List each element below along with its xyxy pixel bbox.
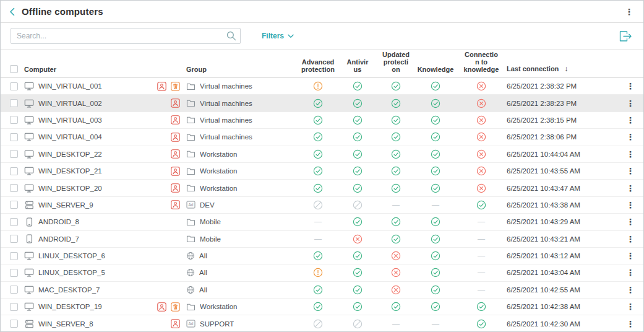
phone-icon (24, 234, 34, 243)
row-menu-icon[interactable]: ⋮ (626, 235, 635, 243)
row-menu-icon[interactable]: ⋮ (626, 150, 635, 159)
row-menu-icon[interactable]: ⋮ (626, 268, 635, 277)
folder-icon (186, 235, 195, 243)
status-ok-icon (476, 200, 486, 210)
status-ok-icon (431, 268, 440, 277)
row-checkbox[interactable] (10, 116, 18, 124)
column-header-knowledge[interactable]: Knowledge (415, 66, 456, 77)
row-checkbox[interactable] (10, 252, 18, 260)
column-header-computer[interactable]: Computer (24, 66, 186, 77)
row-menu-icon[interactable]: ⋮ (626, 320, 635, 328)
status-ok-icon (313, 251, 323, 261)
row-checkbox[interactable] (10, 269, 18, 277)
status-ok-icon (431, 234, 440, 244)
status-ok-icon (431, 149, 440, 159)
group-name: Mobile (200, 235, 221, 243)
table-row[interactable]: WIN_DESKTOP_22Workstation6/25/2021 10:44… (1, 146, 643, 163)
globe-icon (186, 268, 195, 277)
status-warning-icon (313, 81, 323, 91)
row-checkbox[interactable] (10, 184, 18, 192)
row-menu-icon[interactable]: ⋮ (626, 302, 635, 311)
search-input[interactable] (11, 28, 241, 44)
search-box (11, 28, 241, 44)
export-icon[interactable] (619, 30, 633, 42)
row-menu-icon[interactable]: ⋮ (626, 217, 635, 226)
user-badge-icon (171, 200, 180, 209)
column-header-connection-to-knowledge[interactable]: Connection to knowledge (456, 51, 507, 77)
status-error-icon (476, 149, 486, 159)
row-checkbox[interactable] (10, 150, 18, 158)
column-header-group[interactable]: Group (186, 66, 298, 77)
user-badge-icon (171, 149, 180, 159)
status-ok-icon (313, 302, 323, 312)
last-connection: 6/25/2021 2:38:06 PM (507, 133, 577, 141)
row-checkbox[interactable] (10, 303, 18, 311)
table-row[interactable]: WIN_DESKTOP_19Workstation6/25/2021 10:42… (1, 299, 643, 315)
table-row[interactable]: ANDROID_7Mobile——6/25/2021 10:43:21 AM⋮ (1, 231, 643, 248)
table-row[interactable]: WIN_VIRTUAL_004Virtual machines6/25/2021… (1, 129, 643, 146)
status-error-icon (353, 234, 363, 244)
column-header-advanced-protection[interactable]: Advanced protection (298, 58, 338, 77)
row-checkbox[interactable] (10, 218, 18, 226)
status-none: — (314, 217, 322, 226)
row-menu-icon[interactable]: ⋮ (626, 251, 635, 260)
active-directory-icon: Ad (186, 320, 195, 328)
row-checkbox[interactable] (10, 133, 18, 141)
back-button[interactable] (9, 7, 15, 16)
table-row[interactable]: WIN_VIRTUAL_002Virtual machines6/25/2021… (1, 95, 643, 111)
row-menu-icon[interactable]: ⋮ (626, 167, 635, 175)
computer-name: WIN_VIRTUAL_004 (38, 133, 102, 141)
status-ok-icon (313, 149, 323, 159)
row-menu-icon[interactable]: ⋮ (626, 133, 635, 141)
row-menu-icon[interactable]: ⋮ (626, 82, 635, 90)
status-disabled-icon (313, 200, 323, 210)
row-checkbox[interactable] (10, 235, 18, 243)
table-row[interactable]: MAC_DESKTOP_7All—6/25/2021 10:42:55 AM⋮ (1, 282, 643, 299)
user-badge-icon (171, 183, 180, 193)
column-header-last-connection[interactable]: Last connection ↓ (507, 64, 612, 77)
select-all-checkbox[interactable] (10, 65, 18, 73)
group-name: Workstation (200, 151, 238, 158)
status-ok-icon (431, 81, 440, 91)
row-checkbox[interactable] (10, 167, 18, 175)
status-disabled-icon (313, 319, 323, 329)
row-menu-icon[interactable]: ⋮ (626, 184, 635, 193)
status-error-icon (391, 268, 401, 277)
row-checkbox[interactable] (10, 82, 18, 90)
row-menu-icon[interactable]: ⋮ (626, 201, 635, 209)
table-row[interactable]: WIN_VIRTUAL_001Virtual machines6/25/2021… (1, 78, 643, 95)
column-header-updated-protection[interactable]: Updated protection (377, 51, 415, 77)
table-row[interactable]: LINUX_DESKTOP_5All—6/25/2021 10:43:04 AM… (1, 264, 643, 281)
row-checkbox[interactable] (10, 201, 18, 209)
status-ok-icon (391, 98, 401, 108)
table-row[interactable]: WIN_DESKTOP_20Workstation6/25/2021 10:43… (1, 180, 643, 196)
status-ok-icon (353, 251, 363, 261)
row-checkbox[interactable] (10, 286, 18, 294)
row-menu-icon[interactable]: ⋮ (626, 116, 635, 124)
column-header-antivirus[interactable]: Antivirus (338, 58, 377, 77)
table-row[interactable]: ANDROID_8Mobile——6/25/2021 10:43:29 AM⋮ (1, 214, 643, 230)
user-badge-icon (171, 133, 180, 142)
table-row[interactable]: WIN_DESKTOP_21Workstation6/25/2021 10:43… (1, 163, 643, 180)
table-header-row: Computer Group Advanced protection Antiv… (1, 50, 643, 78)
row-menu-icon[interactable]: ⋮ (626, 99, 635, 108)
search-icon[interactable] (226, 31, 236, 41)
computer-name: WIN_VIRTUAL_002 (38, 100, 102, 107)
filters-button[interactable]: Filters (262, 32, 294, 40)
row-checkbox[interactable] (10, 320, 18, 328)
table-row[interactable]: WIN_SERVER_9AdDEV——6/25/2021 10:43:38 AM… (1, 197, 643, 214)
status-ok-icon (391, 183, 401, 193)
table-row[interactable]: WIN_VIRTUAL_003Virtual machines6/25/2021… (1, 112, 643, 129)
row-menu-icon[interactable]: ⋮ (626, 286, 635, 294)
status-ok-icon (313, 115, 323, 125)
page-menu-icon[interactable]: ⋮ (625, 7, 635, 16)
filters-label: Filters (262, 32, 284, 40)
sort-desc-arrow-icon[interactable]: ↓ (564, 64, 568, 73)
row-checkbox[interactable] (10, 99, 18, 107)
status-ok-icon (431, 132, 440, 142)
globe-icon (186, 286, 195, 294)
status-ok-icon (353, 115, 363, 125)
status-disabled-icon (353, 200, 363, 210)
table-row[interactable]: LINUX_DESKTOP_6All—6/25/2021 10:43:12 AM… (1, 248, 643, 264)
table-row[interactable]: WIN_SERVER_8AdSUPPORT——6/25/2021 10:42:3… (1, 315, 643, 332)
